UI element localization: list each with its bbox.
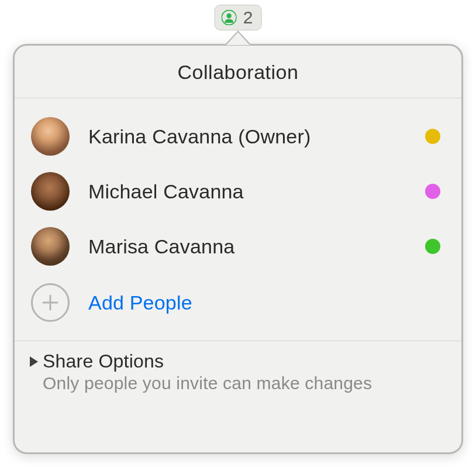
participant-name: Karina Cavanna (Owner) bbox=[88, 125, 425, 148]
participant-name: Marisa Cavanna bbox=[88, 235, 425, 258]
avatar bbox=[31, 227, 70, 266]
badge-count: 2 bbox=[243, 8, 253, 28]
add-people-label: Add People bbox=[88, 291, 192, 314]
share-options-subtitle: Only people you invite can make changes bbox=[43, 373, 446, 393]
participant-row[interactable]: Michael Cavanna bbox=[15, 164, 461, 219]
participant-row[interactable]: Karina Cavanna (Owner) bbox=[15, 109, 461, 164]
plus-icon bbox=[31, 283, 70, 322]
share-options-title: Share Options bbox=[43, 351, 164, 372]
collaboration-badge[interactable]: 2 bbox=[215, 5, 262, 30]
color-dot bbox=[425, 184, 440, 199]
person-icon bbox=[221, 9, 237, 26]
share-options-header[interactable]: Share Options bbox=[30, 351, 446, 372]
popover-arrow bbox=[226, 32, 250, 45]
participants-list: Karina Cavanna (Owner) Michael Cavanna M… bbox=[15, 98, 461, 341]
avatar bbox=[31, 172, 70, 211]
svg-point-1 bbox=[226, 13, 231, 18]
share-options-section[interactable]: Share Options Only people you invite can… bbox=[15, 341, 461, 405]
participant-row[interactable]: Marisa Cavanna bbox=[15, 219, 461, 274]
color-dot bbox=[425, 129, 440, 144]
add-people-button[interactable]: Add People bbox=[15, 274, 461, 336]
collaboration-popover: Collaboration Karina Cavanna (Owner) Mic… bbox=[13, 44, 463, 454]
disclosure-triangle-icon bbox=[30, 356, 38, 367]
popover-title: Collaboration bbox=[15, 46, 461, 98]
color-dot bbox=[425, 239, 440, 254]
participant-name: Michael Cavanna bbox=[88, 180, 425, 203]
avatar bbox=[31, 117, 70, 156]
